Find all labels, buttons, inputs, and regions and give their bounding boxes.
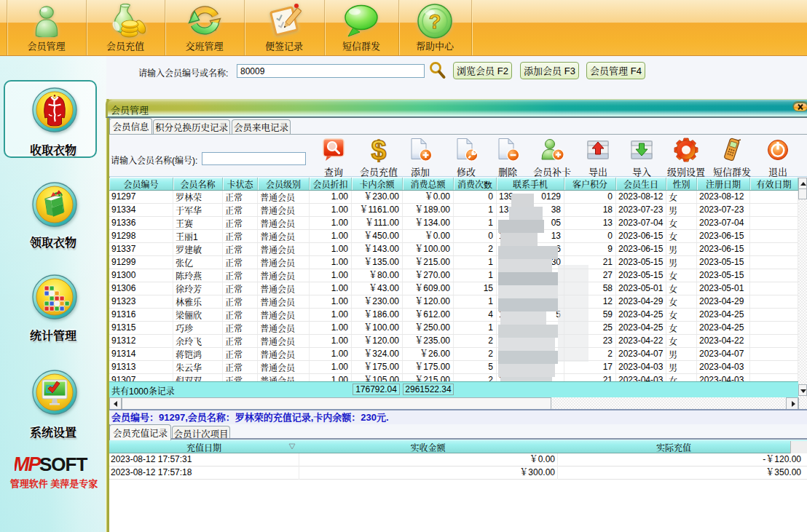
svg-text:MP: MP (15, 453, 42, 475)
svg-text:SOFT: SOFT (39, 453, 87, 475)
svg-text:$: $ (371, 138, 387, 162)
